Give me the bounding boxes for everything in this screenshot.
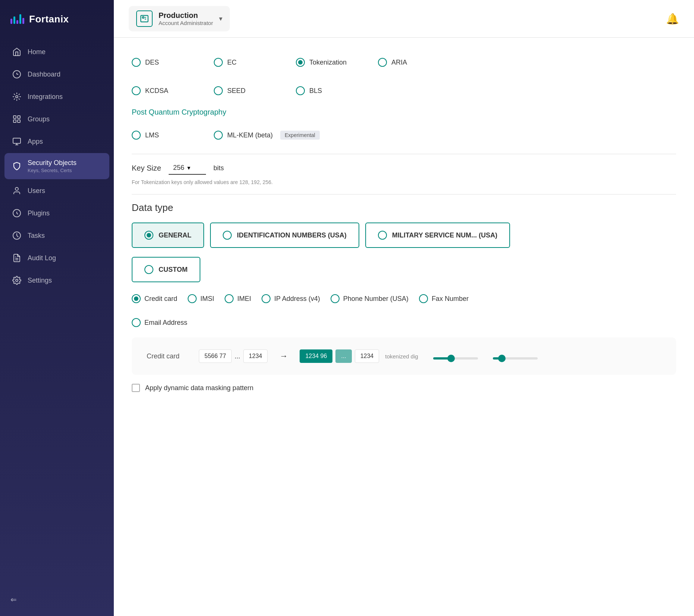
sidebar-item-audit-log[interactable]: Audit Log	[4, 247, 109, 269]
account-info: Production Account Administrator	[159, 11, 213, 26]
pqc-label-lms: LMS	[145, 131, 159, 139]
algorithm-options-row1: DES EC Tokenization ARIA	[132, 51, 676, 74]
logo-text: Fortanix	[29, 13, 69, 25]
radio-ip-address[interactable]	[262, 294, 271, 303]
sidebar-item-label-groups: Groups	[28, 115, 50, 123]
algo-option-ec[interactable]: EC	[214, 51, 296, 74]
radio-custom[interactable]	[144, 265, 153, 274]
radio-military[interactable]	[378, 231, 387, 240]
slider-thumb-2[interactable]	[498, 355, 506, 362]
radio-aria[interactable]	[378, 58, 387, 67]
sidebar-item-label-tasks: Tasks	[28, 232, 45, 240]
masking-checkbox[interactable]	[132, 384, 140, 392]
sidebar: Fortanix Home Dashboard	[0, 0, 114, 616]
slider-track-1	[433, 357, 478, 360]
sub-option-imei[interactable]: IMEI	[225, 290, 262, 308]
sidebar-item-apps[interactable]: Apps	[4, 131, 109, 152]
algo-option-seed[interactable]: SEED	[214, 80, 296, 102]
apps-icon	[12, 137, 22, 146]
radio-lms[interactable]	[132, 131, 141, 140]
algo-label-des: DES	[145, 59, 159, 66]
key-size-value: 256	[173, 164, 184, 172]
svg-rect-4	[13, 116, 16, 118]
svg-point-3	[16, 96, 18, 98]
radio-imei[interactable]	[225, 294, 234, 303]
sub-label-fax-number: Fax Number	[432, 295, 469, 303]
data-type-label-custom: CUSTOM	[159, 266, 188, 274]
account-selector[interactable]: Production Account Administrator ▾	[129, 6, 230, 31]
sidebar-item-users[interactable]: Users	[4, 180, 109, 202]
svg-rect-7	[18, 120, 20, 122]
key-size-row: Key Size 256 ▾ bits	[132, 162, 676, 175]
algo-option-aria[interactable]: ARIA	[378, 51, 460, 74]
key-size-select[interactable]: 256 ▾	[169, 162, 206, 175]
users-icon	[12, 186, 22, 196]
data-type-label-military: MILITARY SERVICE NUM... (USA)	[392, 231, 497, 239]
sidebar-item-integrations[interactable]: Integrations	[4, 86, 109, 108]
radio-seed[interactable]	[214, 86, 223, 95]
radio-bls[interactable]	[296, 86, 305, 95]
pqc-option-lms[interactable]: LMS	[132, 124, 214, 146]
radio-kcdsa[interactable]	[132, 86, 141, 95]
data-type-cards: GENERAL IDENTIFICATION NUMBERS (USA) MIL…	[132, 223, 676, 248]
sidebar-item-security-objects[interactable]: Security Objects Keys, Secrets, Certs	[4, 153, 109, 179]
radio-imsi[interactable]	[188, 294, 197, 303]
algo-option-kcdsa[interactable]: KCDSA	[132, 80, 214, 102]
card-seg-3: 1234	[243, 349, 268, 363]
sidebar-item-dashboard[interactable]: Dashboard	[4, 63, 109, 85]
data-type-card-general[interactable]: GENERAL	[132, 223, 204, 248]
sidebar-item-label-security-objects: Security Objects	[28, 159, 76, 167]
sidebar-item-label-apps: Apps	[28, 138, 43, 146]
sidebar-item-home[interactable]: Home	[4, 41, 109, 63]
dashboard-icon	[12, 69, 22, 79]
svg-rect-6	[13, 120, 16, 122]
sidebar-item-tasks[interactable]: Tasks	[4, 225, 109, 246]
sidebar-item-settings[interactable]: Settings	[4, 270, 109, 291]
data-type-card-military[interactable]: MILITARY SERVICE NUM... (USA)	[365, 223, 510, 248]
pqc-option-ml-kem[interactable]: ML-KEM (beta) Experimental	[214, 124, 332, 146]
sidebar-item-label-audit-log: Audit Log	[28, 254, 56, 262]
sidebar-navigation: Home Dashboard Integrations	[0, 41, 114, 291]
collapse-button[interactable]: ⇐	[10, 595, 17, 604]
sub-option-email-address[interactable]: Email Address	[132, 314, 198, 332]
sidebar-item-label-users: Users	[28, 187, 45, 195]
radio-phone-number[interactable]	[331, 294, 340, 303]
slider-thumb-1[interactable]	[447, 355, 455, 362]
sub-label-email-address: Email Address	[144, 319, 187, 327]
sidebar-item-plugins[interactable]: Plugins	[4, 202, 109, 224]
sidebar-item-label-home: Home	[28, 48, 46, 56]
sidebar-item-sub-security-objects: Keys, Secrets, Certs	[28, 168, 76, 173]
home-icon	[12, 47, 22, 57]
notifications-bell-icon[interactable]: 🔔	[666, 13, 679, 25]
plugins-icon	[12, 208, 22, 218]
pqc-options: LMS ML-KEM (beta) Experimental	[132, 124, 676, 146]
radio-ec[interactable]	[214, 58, 223, 67]
experimental-badge: Experimental	[280, 131, 320, 140]
sub-option-phone-number[interactable]: Phone Number (USA)	[331, 290, 419, 308]
radio-des[interactable]	[132, 58, 141, 67]
radio-email-address[interactable]	[132, 318, 141, 327]
pqc-label-ml-kem: ML-KEM (beta)	[227, 131, 273, 139]
sub-option-credit-card[interactable]: Credit card	[132, 290, 188, 308]
masking-row: Apply dynamic data masking pattern	[132, 384, 676, 392]
algo-option-des[interactable]: DES	[132, 51, 214, 74]
logo-icon	[10, 12, 25, 26]
radio-identification[interactable]	[223, 231, 232, 240]
data-type-card-identification[interactable]: IDENTIFICATION NUMBERS (USA)	[210, 223, 359, 248]
algo-option-bls[interactable]: BLS	[296, 80, 378, 102]
security-icon	[12, 161, 22, 171]
data-type-card-custom[interactable]: CUSTOM	[132, 257, 200, 282]
radio-tokenization[interactable]	[296, 58, 305, 67]
svg-rect-8	[13, 138, 21, 143]
radio-ml-kem[interactable]	[214, 131, 223, 140]
radio-fax-number[interactable]	[419, 294, 428, 303]
sub-label-credit-card: Credit card	[144, 295, 177, 303]
sub-option-fax-number[interactable]: Fax Number	[419, 290, 479, 308]
sub-option-ip-address[interactable]: IP Address (v4)	[262, 290, 331, 308]
sidebar-item-groups[interactable]: Groups	[4, 108, 109, 130]
radio-general[interactable]	[144, 231, 153, 240]
sub-option-imsi[interactable]: IMSI	[188, 290, 225, 308]
radio-credit-card[interactable]	[132, 294, 141, 303]
data-sub-options-row1: Credit card IMSI IMEI IP Address (v4) Ph…	[132, 290, 676, 308]
algo-option-tokenization[interactable]: Tokenization	[296, 51, 378, 74]
